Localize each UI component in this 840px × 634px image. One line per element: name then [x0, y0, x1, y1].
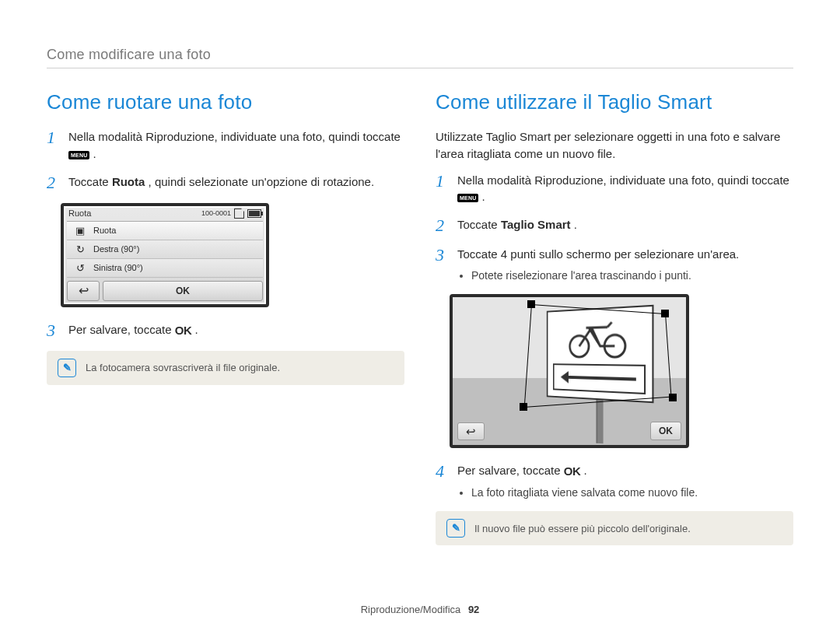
left-step2: Toccate Ruota , quindi selezionate un'op…	[68, 173, 404, 192]
note-box: La fotocamera sovrascriverà il file orig…	[47, 351, 404, 385]
text: , quindi selezionate un'opzione di rotaz…	[149, 175, 375, 188]
ok-icon: OK	[564, 463, 581, 480]
text: .	[574, 218, 577, 231]
text: Taglio Smart	[501, 218, 571, 231]
sub-bullet: La foto ritagliata viene salvata come nu…	[471, 485, 793, 500]
step-number: 1	[47, 128, 59, 163]
left-step1: Nella modalità Riproduzione, individuate…	[68, 128, 404, 163]
right-step3: Toccate 4 punti sullo schermo per selezi…	[457, 246, 793, 283]
text: Per salvare, toccate	[457, 464, 564, 477]
text: Toccate	[68, 175, 112, 188]
step-number: 2	[436, 216, 448, 235]
memory-card-icon	[234, 208, 244, 219]
divider	[47, 68, 793, 68]
smart-crop-illustration: ↩ OK	[450, 294, 689, 448]
text: Per salvare, toccate	[68, 323, 175, 336]
left-arrow-icon	[553, 364, 646, 395]
step-number: 1	[436, 172, 448, 206]
left-title: Come ruotare una foto	[47, 90, 404, 114]
option-label: Sinistra (90°)	[93, 263, 143, 272]
option-label: Ruota	[93, 226, 116, 235]
bicycle-icon	[553, 313, 646, 362]
text: .	[194, 323, 198, 336]
text: Nella modalità Riproduzione, individuate…	[457, 173, 789, 187]
right-step1: Nella modalità Riproduzione, individuate…	[457, 172, 793, 206]
device-back-button[interactable]: ↩	[67, 281, 100, 301]
step-number: 3	[47, 321, 59, 340]
menu-icon: MENU	[457, 194, 478, 202]
bicycle-sign	[547, 305, 654, 404]
step-number: 2	[47, 173, 59, 192]
crop-edge	[665, 313, 672, 398]
right-column: Come utilizzare il Taglio Smart Utilizza…	[436, 87, 793, 545]
rotate-option-none[interactable]: ▣ Ruota	[67, 222, 263, 240]
left-step3: Per salvare, toccate OK .	[68, 321, 404, 340]
device-title: Ruota	[68, 208, 91, 218]
rotate-right-icon: ↻	[73, 244, 87, 254]
text: .	[482, 190, 485, 203]
sub-bullet: Potete riselezionare l'area trascinando …	[471, 268, 793, 283]
text: Toccate 4 punti sullo schermo per selezi…	[457, 247, 739, 261]
note-box: Il nuovo file può essere più piccolo del…	[436, 511, 793, 545]
text: Nella modalità Riproduzione, individuate…	[68, 130, 401, 143]
page-number: 92	[468, 604, 479, 615]
option-label: Destra (90°)	[93, 244, 139, 254]
step-number: 4	[436, 462, 448, 500]
rotate-option-left[interactable]: ↺ Sinistra (90°)	[67, 259, 263, 278]
crop-edge	[524, 304, 532, 407]
crop-ok-button[interactable]: OK	[650, 422, 681, 440]
device-ok-button[interactable]: OK	[103, 281, 263, 301]
rotate-off-icon: ▣	[73, 226, 87, 236]
right-step4: Per salvare, toccate OK . La foto ritagl…	[457, 462, 793, 500]
text: .	[93, 147, 96, 160]
signpost-pole	[596, 397, 603, 443]
left-column: Come ruotare una foto 1 Nella modalità R…	[47, 87, 404, 545]
right-lead: Utilizzate Taglio Smart per selezionare …	[436, 128, 793, 163]
rotate-option-right[interactable]: ↻ Destra (90°)	[67, 240, 263, 259]
footer-section: Riproduzione/Modifica	[361, 604, 461, 615]
menu-icon: MENU	[68, 151, 89, 159]
right-step2: Toccate Taglio Smart .	[457, 216, 793, 235]
right-title: Come utilizzare il Taglio Smart	[436, 90, 793, 114]
text: .	[583, 464, 586, 477]
text: Toccate	[457, 218, 501, 231]
breadcrumb: Come modificare una foto	[47, 47, 793, 63]
note-icon	[446, 519, 465, 538]
file-counter: 100-0001	[201, 209, 231, 217]
note-icon	[58, 359, 76, 377]
crop-back-button[interactable]: ↩	[457, 422, 485, 440]
note-text: Il nuovo file può essere più piccolo del…	[474, 523, 691, 534]
camera-ui: Ruota 100-0001 ▣ Ruota ↻ Destra (90°)	[61, 203, 269, 307]
note-text: La fotocamera sovrascriverà il file orig…	[86, 362, 280, 373]
step-number: 3	[436, 246, 448, 283]
text: Ruota	[112, 175, 145, 188]
rotate-left-icon: ↺	[73, 263, 87, 273]
ok-icon: OK	[175, 322, 192, 339]
battery-icon	[247, 209, 261, 218]
page-footer: Riproduzione/Modifica 92	[0, 604, 840, 615]
